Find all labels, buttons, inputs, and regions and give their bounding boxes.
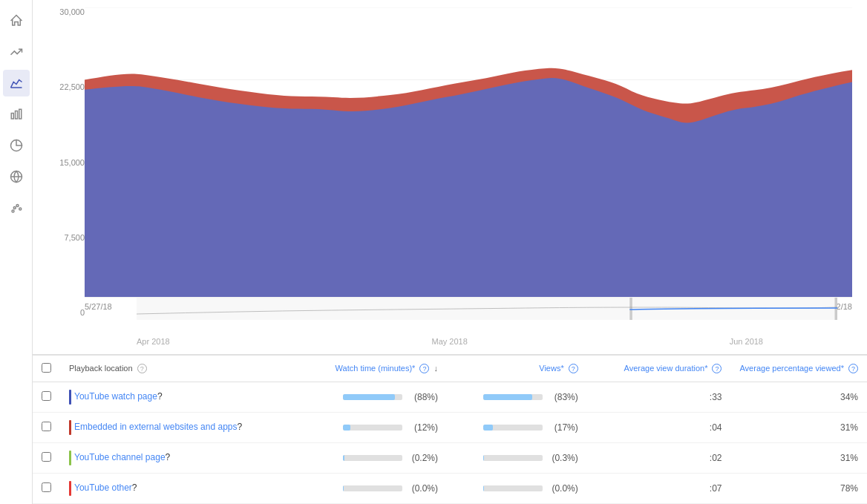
playback-table: Playback location ? Watch time (minutes)… <box>33 356 867 504</box>
row-views-label: (17%) <box>547 422 578 433</box>
row-watch-time-cell: (12%) <box>297 413 447 443</box>
row-views-label: (83%) <box>547 392 578 402</box>
table-row: Embedded in external websites and apps?(… <box>33 413 867 443</box>
row-views-label: (0.3%) <box>547 453 578 463</box>
y-label-0: 0 <box>40 308 85 317</box>
y-axis-labels: 0 7,500 15,000 22,500 30,000 <box>40 7 85 317</box>
row-avg-pct: 78% <box>730 474 867 504</box>
header-label-watchtime: Watch time (minutes)* <box>336 364 416 373</box>
area-chart-wrapper: 5/27/18 5/29/18 5/31/18 6/2/18 6/4/18 6/… <box>85 7 852 297</box>
chart-container: 0 7,500 15,000 22,500 30,000 5/ <box>33 0 867 354</box>
timeline-labels: Apr 2018 May 2018 Jun 2018 <box>137 322 837 346</box>
row-help-icon[interactable]: ? <box>166 452 171 462</box>
timeline-label-may: May 2018 <box>432 337 468 346</box>
svg-rect-17 <box>835 298 837 320</box>
main-content: 0 7,500 15,000 22,500 30,000 5/ <box>33 0 867 504</box>
row-checkbox[interactable] <box>42 452 51 462</box>
header-label-playback: Playback location <box>69 364 133 373</box>
table-container: Playback location ? Watch time (minutes)… <box>33 354 867 504</box>
y-label-7500: 7,500 <box>40 233 85 242</box>
row-checkbox[interactable] <box>42 422 51 431</box>
select-all-checkbox[interactable] <box>42 363 51 373</box>
svg-rect-2 <box>15 111 17 120</box>
header-avg-duration: Average view duration* ? <box>587 356 731 382</box>
row-name-cell: YouTube channel page? <box>60 443 297 474</box>
row-avg-pct: 31% <box>730 413 867 443</box>
sidebar-icon-home[interactable] <box>3 7 30 34</box>
svg-point-7 <box>16 205 19 207</box>
row-avg-pct: 34% <box>730 382 867 413</box>
svg-point-8 <box>19 208 21 210</box>
row-watch-time-label: (12%) <box>407 422 438 433</box>
table-header-row: Playback location ? Watch time (minutes)… <box>33 356 867 382</box>
row-checkbox-cell <box>33 413 60 443</box>
row-views-label: (0.0%) <box>547 483 578 494</box>
row-checkbox-cell <box>33 443 60 474</box>
row-watch-time-label: (88%) <box>407 392 438 402</box>
row-checkbox-cell <box>33 382 60 413</box>
row-name-link[interactable]: YouTube channel page <box>74 452 166 462</box>
row-color-indicator <box>69 451 71 465</box>
table-row: YouTube other?(0.0%)(0.0%):0778% <box>33 474 867 504</box>
svg-rect-3 <box>19 109 21 119</box>
y-label-22500: 22,500 <box>40 82 85 91</box>
views-help-icon[interactable]: ? <box>569 364 578 373</box>
sidebar-icon-pie-chart[interactable] <box>3 132 30 159</box>
row-watch-time-label: (0.2%) <box>407 453 438 463</box>
sidebar-icon-scatter[interactable] <box>3 194 30 221</box>
header-watch-time: Watch time (minutes)* ? ↓ <box>297 356 447 382</box>
row-avg-duration: :33 <box>587 382 731 413</box>
header-playback-location: Playback location ? <box>60 356 297 382</box>
sidebar-icon-trending[interactable] <box>3 39 30 65</box>
svg-point-6 <box>12 210 14 212</box>
row-name-cell: Embedded in external websites and apps? <box>60 413 297 443</box>
watchtime-help-icon[interactable]: ? <box>419 364 429 373</box>
watchtime-sort-icon[interactable]: ↓ <box>434 364 439 373</box>
header-label-avg-pct: Average percentage viewed* <box>739 364 843 373</box>
row-color-indicator <box>69 390 71 405</box>
row-avg-pct: 31% <box>730 443 867 474</box>
row-avg-duration: :07 <box>587 474 731 504</box>
timeline-label-jun: Jun 2018 <box>730 337 763 346</box>
row-name-link[interactable]: Embedded in external websites and apps <box>74 422 237 432</box>
playback-help-icon[interactable]: ? <box>137 364 147 373</box>
row-watch-time-cell: (0.2%) <box>297 443 447 474</box>
sidebar <box>0 0 33 504</box>
row-checkbox[interactable] <box>42 391 51 401</box>
avg-pct-help-icon[interactable]: ? <box>848 364 858 373</box>
timeline-container: Apr 2018 May 2018 Jun 2018 <box>85 297 852 338</box>
y-label-30000: 30,000 <box>40 7 85 16</box>
header-avg-pct: Average percentage viewed* ? <box>730 356 867 382</box>
row-avg-duration: :04 <box>587 413 731 443</box>
row-help-icon[interactable]: ? <box>132 482 137 493</box>
row-avg-duration: :02 <box>587 443 731 474</box>
header-label-views: Views* <box>539 364 563 373</box>
mini-timeline-svg <box>137 298 837 320</box>
row-checkbox-cell <box>33 474 60 504</box>
table-row: YouTube channel page?(0.2%)(0.3%):0231% <box>33 443 867 474</box>
table-row: YouTube watch page?(88%)(83%):3334% <box>33 382 867 413</box>
y-label-15000: 15,000 <box>40 158 85 167</box>
sidebar-icon-bar-chart[interactable] <box>3 101 30 128</box>
header-views: Views* ? <box>447 356 587 382</box>
header-checkbox-cell <box>33 356 60 382</box>
avg-duration-help-icon[interactable]: ? <box>712 364 722 373</box>
row-views-cell: (0.0%) <box>447 474 587 504</box>
row-views-cell: (0.3%) <box>447 443 587 474</box>
sidebar-icon-globe[interactable] <box>3 163 30 190</box>
row-watch-time-cell: (88%) <box>297 382 447 413</box>
row-help-icon[interactable]: ? <box>237 422 242 432</box>
row-name-link[interactable]: YouTube other <box>74 482 132 493</box>
table-body: YouTube watch page?(88%)(83%):3334%Embed… <box>33 382 867 504</box>
row-watch-time-label: (0.0%) <box>407 483 438 494</box>
sidebar-icon-area-chart[interactable] <box>3 70 30 96</box>
area-chart-svg <box>85 7 852 297</box>
row-watch-time-cell: (0.0%) <box>297 474 447 504</box>
row-views-cell: (83%) <box>447 382 587 413</box>
row-help-icon[interactable]: ? <box>157 391 163 402</box>
row-name-cell: YouTube watch page? <box>60 382 297 413</box>
row-name-link[interactable]: YouTube watch page <box>74 391 157 402</box>
svg-rect-16 <box>629 298 632 320</box>
timeline-label-apr: Apr 2018 <box>137 337 170 346</box>
row-checkbox[interactable] <box>42 482 51 492</box>
